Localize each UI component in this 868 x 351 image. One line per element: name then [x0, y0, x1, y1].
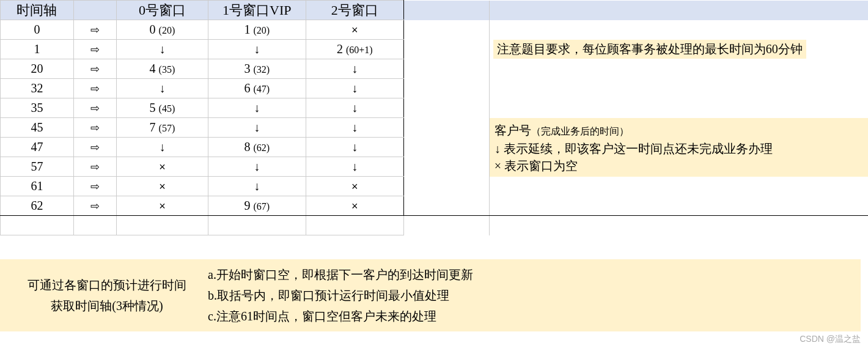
cell-time: 35 [1, 98, 74, 118]
cell-w2: ↓ [306, 98, 403, 118]
bottom-b: b.取括号内，即窗口预计运行时间最小值处理 [208, 285, 855, 306]
cell-w1: ↓ [208, 98, 306, 118]
cell-w2: ↓ [306, 138, 403, 157]
table-row: 61⇨×↓× [1, 177, 869, 196]
arrow-icon: ⇨ [73, 79, 116, 98]
cell-spacer [403, 59, 489, 79]
cell-note [489, 196, 868, 216]
cell-w0: 7 (57) [116, 118, 208, 138]
cell-w2: ↓ [306, 79, 403, 98]
header-w2: 2号窗口 [306, 1, 403, 20]
legend-title: 客户号 [495, 124, 531, 137]
header-blank [73, 1, 116, 20]
arrow-icon: ⇨ [73, 118, 116, 138]
header-w0: 0号窗口 [116, 1, 208, 20]
cell-time: 45 [1, 118, 74, 138]
note-max-time: 注意题目要求，每位顾客事务被处理的最长时间为60分钟 [493, 40, 806, 59]
cell-w0: 4 (35) [116, 59, 208, 79]
cell-w2: × [306, 196, 403, 216]
cell-w1: 8 (62) [208, 138, 306, 157]
cell-spacer [403, 177, 489, 196]
cell-w1: 6 (47) [208, 79, 306, 98]
table-body: 0⇨0 (20)1 (20)×1⇨↓↓2 (60+1)注意题目要求，每位顾客事务… [1, 20, 869, 235]
cell-w1: 9 (67) [208, 196, 306, 216]
cell-w2: ↓ [306, 157, 403, 177]
cell-note [489, 177, 868, 196]
cell-w0: 5 (45) [116, 98, 208, 118]
cell-time: 47 [1, 138, 74, 157]
cell-w0: ↓ [116, 138, 208, 157]
cell-note: 注意题目要求，每位顾客事务被处理的最长时间为60分钟 [489, 40, 868, 59]
bottom-left-line2: 获取时间轴(3种情况) [6, 295, 208, 316]
cell-w2: × [306, 20, 403, 40]
cell-w0: 0 (20) [116, 20, 208, 40]
cell-spacer [403, 118, 489, 138]
cell-w0: ↓ [116, 79, 208, 98]
legend-line-cross: × 表示窗口为空 [495, 159, 578, 172]
cell-time: 61 [1, 177, 74, 196]
cell-note [489, 59, 868, 79]
table-row: 32⇨↓6 (47)↓ [1, 79, 869, 98]
cell-time: 57 [1, 157, 74, 177]
cell-time: 20 [1, 59, 74, 79]
cell-w1: ↓ [208, 118, 306, 138]
cell-spacer [403, 196, 489, 216]
cell-note: 客户号（完成业务后的时间）↓ 表示延续，即该客户这一时间点还未完成业务办理× 表… [489, 118, 868, 177]
header-w1: 1号窗口VIP [208, 1, 306, 20]
cell-w2: ↓ [306, 118, 403, 138]
cell-note [489, 20, 868, 40]
table-row: 1⇨↓↓2 (60+1)注意题目要求，每位顾客事务被处理的最长时间为60分钟 [1, 40, 869, 59]
arrow-icon: ⇨ [73, 196, 116, 216]
cell-time: 1 [1, 40, 74, 59]
cell-w0: ↓ [116, 40, 208, 59]
table-row: 0⇨0 (20)1 (20)× [1, 20, 869, 40]
cell-w1: ↓ [208, 40, 306, 59]
header-time: 时间轴 [1, 1, 74, 20]
arrow-icon: ⇨ [73, 20, 116, 40]
arrow-icon: ⇨ [73, 40, 116, 59]
bottom-left-line1: 可通过各窗口的预计进行时间 [6, 275, 208, 295]
cell-w2: 2 (60+1) [306, 40, 403, 59]
cell-w0: × [116, 157, 208, 177]
arrow-icon: ⇨ [73, 98, 116, 118]
watermark: CSDN @温之盐 [800, 334, 861, 345]
table-row: 20⇨4 (35)3 (32)↓ [1, 59, 869, 79]
legend-line-down: ↓ 表示延续，即该客户这一时间点还未完成业务办理 [495, 142, 773, 155]
table-row: 62⇨×9 (67)× [1, 196, 869, 216]
cell-w1: 3 (32) [208, 59, 306, 79]
cell-w2: ↓ [306, 59, 403, 79]
bottom-a: a.开始时窗口空，即根据下一客户的到达时间更新 [208, 264, 855, 285]
cell-w0: × [116, 196, 208, 216]
table-header-row: 时间轴 0号窗口 1号窗口VIP 2号窗口 [1, 1, 869, 20]
cell-note [489, 98, 868, 118]
cell-spacer [403, 20, 489, 40]
legend-box: 客户号（完成业务后的时间）↓ 表示延续，即该客户这一时间点还未完成业务办理× 表… [490, 118, 868, 177]
legend-subtitle: （完成业务后的时间） [531, 126, 629, 136]
cell-w1: ↓ [208, 177, 306, 196]
cell-spacer [403, 40, 489, 59]
cell-spacer [403, 79, 489, 98]
cell-spacer [403, 157, 489, 177]
bottom-c: c.注意61时间点，窗口空但客户未来的处理 [208, 306, 855, 327]
bottom-explanation: 可通过各窗口的预计进行时间 获取时间轴(3种情况) a.开始时窗口空，即根据下一… [0, 259, 861, 331]
cell-time: 32 [1, 79, 74, 98]
cell-w2: × [306, 177, 403, 196]
blank-row [1, 216, 869, 235]
cell-note [489, 79, 868, 98]
header-spacer [403, 1, 489, 20]
cell-time: 62 [1, 196, 74, 216]
cell-w0: × [116, 177, 208, 196]
bottom-right-text: a.开始时窗口空，即根据下一客户的到达时间更新 b.取括号内，即窗口预计运行时间… [208, 264, 855, 327]
cell-spacer [403, 98, 489, 118]
timeline-table: 时间轴 0号窗口 1号窗口VIP 2号窗口 0⇨0 (20)1 (20)×1⇨↓… [0, 0, 868, 235]
arrow-icon: ⇨ [73, 138, 116, 157]
bottom-left-text: 可通过各窗口的预计进行时间 获取时间轴(3种情况) [6, 275, 208, 316]
table-row: 35⇨5 (45)↓↓ [1, 98, 869, 118]
table-row: 45⇨7 (57)↓↓客户号（完成业务后的时间）↓ 表示延续，即该客户这一时间点… [1, 118, 869, 138]
arrow-icon: ⇨ [73, 157, 116, 177]
cell-time: 0 [1, 20, 74, 40]
arrow-icon: ⇨ [73, 177, 116, 196]
cell-w1: ↓ [208, 157, 306, 177]
cell-w1: 1 (20) [208, 20, 306, 40]
header-notes [489, 1, 868, 20]
